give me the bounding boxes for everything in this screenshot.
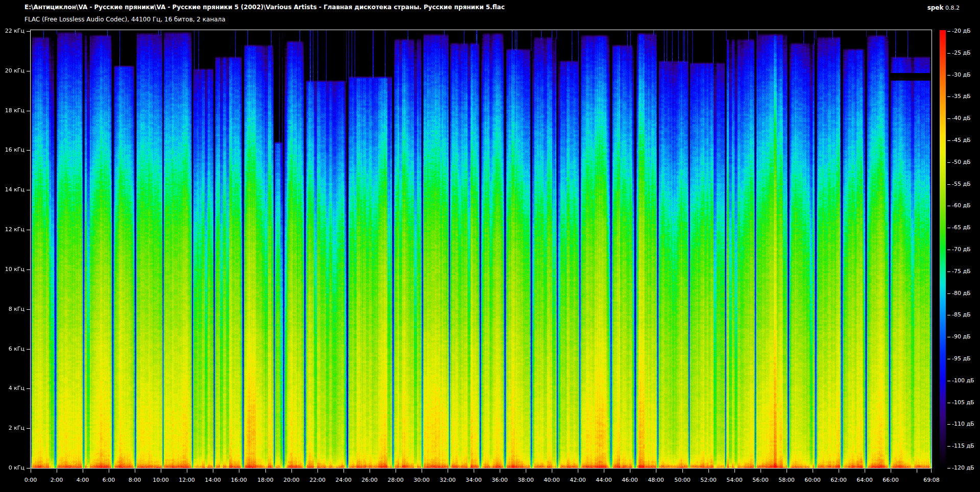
time-tick-label: 56:00 xyxy=(748,477,773,484)
time-tick-label: 34:00 xyxy=(461,477,486,484)
legend-tick-label: -55 дБ xyxy=(952,181,971,188)
freq-tick xyxy=(27,269,30,270)
time-tick xyxy=(370,469,370,473)
time-tick xyxy=(656,469,656,473)
legend-tick xyxy=(947,53,950,54)
time-tick xyxy=(317,469,318,473)
legend-tick xyxy=(947,337,950,337)
time-tick-label: 40:00 xyxy=(540,477,564,484)
time-end-tick xyxy=(931,469,932,473)
time-tick-label: 42:00 xyxy=(566,477,590,484)
time-tick-label: 0:00 xyxy=(18,477,43,484)
time-tick-label: 24:00 xyxy=(331,477,356,484)
time-tick-label: 46:00 xyxy=(618,477,642,484)
freq-tick xyxy=(27,349,30,350)
time-tick xyxy=(578,469,578,473)
time-tick-label: 26:00 xyxy=(357,477,382,484)
time-tick xyxy=(31,469,31,473)
time-tick xyxy=(135,469,135,473)
time-tick xyxy=(682,469,683,473)
time-tick-label: 36:00 xyxy=(487,477,512,484)
time-tick xyxy=(813,469,813,473)
legend-tick xyxy=(947,140,950,141)
legend-tick-label: -115 дБ xyxy=(952,442,974,450)
time-tick-label: 64:00 xyxy=(852,477,877,484)
legend-tick-label: -105 дБ xyxy=(952,399,974,406)
time-tick xyxy=(109,469,109,473)
legend-tick-label: -25 дБ xyxy=(952,50,971,57)
time-tick xyxy=(708,469,709,473)
time-tick-label: 58:00 xyxy=(774,477,799,484)
legend-tick-label: -45 дБ xyxy=(952,137,971,144)
file-path-title: E:\Антициклон\VA - Русские пряники\VA - … xyxy=(24,4,505,11)
legend-tick xyxy=(947,96,950,97)
time-tick xyxy=(761,469,761,473)
time-tick-label: 38:00 xyxy=(513,477,538,484)
time-tick xyxy=(396,469,396,473)
legend-tick-label: -30 дБ xyxy=(952,71,971,79)
format-info: FLAC (Free Lossless Audio Codec), 44100 … xyxy=(24,16,226,23)
legend-tick-label: -50 дБ xyxy=(952,159,971,166)
time-tick xyxy=(57,469,57,473)
time-tick-label: 16:00 xyxy=(227,477,251,484)
freq-tick xyxy=(27,31,30,32)
time-tick-label: 52:00 xyxy=(696,477,721,484)
time-tick xyxy=(474,469,474,473)
time-tick xyxy=(552,469,552,473)
app-brand: spek 0.8.2 xyxy=(927,4,960,11)
freq-tick-label: 20 кГц xyxy=(1,67,24,75)
time-tick xyxy=(787,469,787,473)
legend-tick xyxy=(947,250,950,250)
time-tick-label: 44:00 xyxy=(592,477,616,484)
time-tick-label: 30:00 xyxy=(409,477,434,484)
legend-tick xyxy=(947,75,950,76)
legend-tick-label: -65 дБ xyxy=(952,224,971,231)
freq-tick xyxy=(27,71,30,71)
legend-tick-label: -20 дБ xyxy=(952,28,971,35)
freq-tick-label: 4 кГц xyxy=(1,385,24,392)
time-tick-label: 48:00 xyxy=(644,477,668,484)
legend-tick-label: -120 дБ xyxy=(952,464,974,472)
time-tick-label: 50:00 xyxy=(670,477,695,484)
time-tick xyxy=(839,469,839,473)
legend-tick xyxy=(947,381,950,381)
legend-tick xyxy=(947,293,950,294)
time-tick-label: 20:00 xyxy=(279,477,304,484)
freq-tick-label: 12 кГц xyxy=(1,226,24,233)
time-tick xyxy=(526,469,526,473)
app-name: spek xyxy=(927,4,944,11)
time-tick xyxy=(344,469,344,473)
legend-tick xyxy=(947,403,950,403)
legend-tick-label: -60 дБ xyxy=(952,202,971,209)
spek-window: { "header": { "title": "E:\\Антициклон\\… xyxy=(0,0,980,492)
legend-tick-label: -35 дБ xyxy=(952,93,971,100)
freq-tick-label: 6 кГц xyxy=(1,346,24,353)
legend-tick xyxy=(947,272,950,272)
freq-tick xyxy=(27,388,30,389)
legend-tick xyxy=(947,118,950,119)
legend-tick-label: -40 дБ xyxy=(952,115,971,122)
freq-tick-label: 18 кГц xyxy=(1,107,24,114)
legend-tick xyxy=(947,31,950,32)
time-tick-label: 60:00 xyxy=(800,477,825,484)
app-version: 0.8.2 xyxy=(945,5,960,11)
time-tick xyxy=(213,469,213,473)
legend-tick xyxy=(947,228,950,228)
time-tick xyxy=(500,469,500,473)
freq-tick-label: 16 кГц xyxy=(1,146,24,154)
freq-tick-label: 14 кГц xyxy=(1,186,24,193)
time-tick-label: 32:00 xyxy=(435,477,460,484)
time-tick xyxy=(239,469,239,473)
time-tick-label: 10:00 xyxy=(149,477,173,484)
time-tick-label: 54:00 xyxy=(722,477,747,484)
time-tick xyxy=(83,469,83,473)
time-tick-label: 6:00 xyxy=(96,477,121,484)
legend-tick xyxy=(947,424,950,425)
legend-tick-label: -95 дБ xyxy=(952,355,971,362)
legend-tick xyxy=(947,206,950,206)
time-tick xyxy=(161,469,161,473)
freq-tick-label: 0 кГц xyxy=(1,464,24,472)
legend-tick xyxy=(947,184,950,185)
time-tick-label: 18:00 xyxy=(253,477,278,484)
spectrogram-plot xyxy=(30,30,932,469)
